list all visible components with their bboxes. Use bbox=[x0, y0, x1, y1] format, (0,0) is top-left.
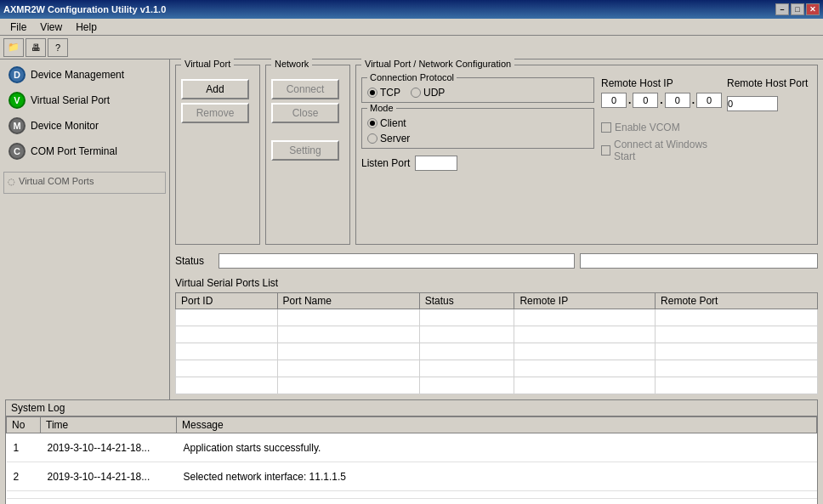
virtual-serial-ports-list-title: Virtual Serial Ports List bbox=[175, 277, 818, 289]
server-label: Server bbox=[380, 133, 410, 144]
virtual-serial-ports-table: Port ID Port Name Status Remote IP Remot… bbox=[175, 292, 818, 394]
log-row-1: 1 2019-3-10--14-21-18... Application sta… bbox=[7, 433, 817, 462]
col-status: Status bbox=[419, 293, 514, 309]
connect-windows-start-checkbox[interactable] bbox=[601, 145, 610, 156]
status-secondary-input bbox=[580, 253, 818, 269]
log-row-2: 2 2019-3-10--14-21-18... Selected networ… bbox=[7, 462, 817, 491]
print-icon[interactable]: 🖶 bbox=[26, 38, 46, 57]
ip-octet-1[interactable] bbox=[601, 93, 627, 108]
ip-row: . . . bbox=[601, 93, 720, 108]
com-port-terminal-icon: C bbox=[9, 143, 26, 160]
log-col-message: Message bbox=[177, 417, 817, 433]
app-title: AXMR2W Configuration Utility v1.1.0 bbox=[3, 4, 166, 14]
client-radio[interactable] bbox=[367, 118, 377, 128]
ip-octet-4[interactable] bbox=[696, 93, 722, 108]
ip-octet-2[interactable] bbox=[633, 93, 658, 108]
device-monitor-label: Device Monitor bbox=[31, 120, 99, 132]
com-port-terminal-label: COM Port Terminal bbox=[31, 145, 117, 157]
toolbar: 📁 🖶 ? bbox=[0, 36, 823, 59]
virtual-serial-port-icon: V bbox=[9, 92, 26, 109]
col-port-name: Port Name bbox=[277, 293, 419, 309]
table-row-empty-5 bbox=[176, 377, 818, 394]
content-area: Virtual Port Add Remove Network Connect … bbox=[170, 59, 823, 399]
client-option[interactable]: Client bbox=[367, 117, 406, 129]
close-button[interactable]: ✕ bbox=[806, 3, 820, 15]
log-row-2-message: Selected network interface: 11.1.1.5 bbox=[177, 462, 817, 491]
sidebar-item-virtual-serial-port[interactable]: V Virtual Serial Port bbox=[3, 88, 166, 112]
log-row-1-time: 2019-3-10--14-21-18... bbox=[41, 433, 177, 462]
mode-options: Client Server bbox=[367, 117, 588, 144]
virtual-serial-ports-list-section: Virtual Serial Ports List Port ID Port N… bbox=[175, 277, 818, 394]
device-management-label: Device Management bbox=[31, 69, 124, 81]
sidebar: D Device Management V Virtual Serial Por… bbox=[0, 59, 170, 399]
udp-option[interactable]: UDP bbox=[411, 87, 445, 99]
log-col-no: No bbox=[7, 417, 41, 433]
menu-view[interactable]: View bbox=[33, 20, 69, 35]
udp-label: UDP bbox=[423, 87, 445, 99]
log-row-2-no: 2 bbox=[7, 462, 41, 491]
mode-title: Mode bbox=[367, 103, 396, 113]
add-button[interactable]: Add bbox=[181, 79, 249, 99]
system-log-section: System Log No Time Message 1 2019-3-10--… bbox=[5, 399, 818, 504]
help-icon[interactable]: ? bbox=[48, 38, 68, 57]
config-title: Virtual Port / Network Configuration bbox=[361, 59, 514, 69]
col-remote-port: Remote Port bbox=[656, 293, 818, 309]
virtual-com-ports-section: ◌ Virtual COM Ports bbox=[3, 172, 166, 194]
listen-port-label: Listen Port bbox=[361, 157, 410, 169]
table-row-empty-2 bbox=[176, 326, 818, 343]
close-network-button[interactable]: Close bbox=[271, 103, 339, 123]
log-row-1-no: 1 bbox=[7, 433, 41, 462]
virtual-serial-port-label: Virtual Serial Port bbox=[31, 94, 110, 106]
device-monitor-icon: M bbox=[9, 117, 26, 134]
virtual-port-panel: Virtual Port Add Remove bbox=[175, 65, 260, 245]
enable-vcom-row: Enable VCOM bbox=[601, 122, 720, 133]
tcp-radio[interactable] bbox=[367, 88, 377, 98]
status-label: Status bbox=[175, 255, 213, 267]
sidebar-item-device-management[interactable]: D Device Management bbox=[3, 63, 166, 87]
log-row-empty bbox=[7, 491, 817, 499]
log-row-1-message: Application starts successfully. bbox=[177, 433, 817, 462]
open-icon[interactable]: 📁 bbox=[3, 38, 24, 57]
enable-vcom-checkbox[interactable] bbox=[601, 122, 611, 133]
setting-button[interactable]: Setting bbox=[271, 140, 339, 161]
remote-host-port-label: Remote Host Port bbox=[727, 77, 812, 89]
connect-button[interactable]: Connect bbox=[271, 79, 339, 99]
tcp-option[interactable]: TCP bbox=[367, 87, 400, 99]
ip-octet-3[interactable] bbox=[665, 93, 690, 108]
minimize-button[interactable]: – bbox=[775, 3, 789, 15]
log-col-time: Time bbox=[41, 417, 177, 433]
table-row-empty-3 bbox=[176, 343, 818, 360]
config-right: Remote Host Port bbox=[727, 77, 812, 239]
remove-button[interactable]: Remove bbox=[181, 103, 249, 123]
remote-host-port-input[interactable] bbox=[727, 96, 778, 111]
menu-bar: File View Help bbox=[0, 19, 823, 36]
listen-port-input[interactable] bbox=[415, 156, 457, 171]
virtual-port-title: Virtual Port bbox=[181, 59, 234, 69]
title-bar: AXMR2W Configuration Utility v1.1.0 – □ … bbox=[0, 0, 823, 19]
top-panels: Virtual Port Add Remove Network Connect … bbox=[175, 65, 818, 245]
config-middle: Remote Host IP . . . Enable V bbox=[601, 77, 720, 239]
mode-panel: Mode Client Server bbox=[361, 108, 594, 149]
sidebar-item-com-port-terminal[interactable]: C COM Port Terminal bbox=[3, 139, 166, 163]
title-bar-title: AXMR2W Configuration Utility v1.1.0 bbox=[3, 4, 166, 14]
connection-protocol-panel: Connection Protocol TCP UDP bbox=[361, 77, 594, 103]
title-bar-controls[interactable]: – □ ✕ bbox=[775, 3, 820, 15]
sidebar-item-device-monitor[interactable]: M Device Monitor bbox=[3, 114, 166, 138]
server-radio[interactable] bbox=[367, 133, 377, 144]
listen-port-row: Listen Port bbox=[361, 156, 594, 171]
client-label: Client bbox=[380, 117, 406, 129]
menu-help[interactable]: Help bbox=[69, 20, 104, 35]
udp-radio[interactable] bbox=[411, 88, 421, 98]
system-log-table: No Time Message 1 2019-3-10--14-21-18...… bbox=[6, 416, 817, 504]
log-row-2-time: 2019-3-10--14-21-18... bbox=[41, 462, 177, 491]
connect-windows-start-row: Connect at Windows Start bbox=[601, 139, 720, 162]
connect-windows-start-label: Connect at Windows Start bbox=[614, 139, 720, 162]
table-row-empty-1 bbox=[176, 309, 818, 326]
status-input[interactable] bbox=[219, 253, 575, 269]
menu-file[interactable]: File bbox=[3, 20, 33, 35]
config-panel: Virtual Port / Network Configuration Con… bbox=[355, 65, 818, 245]
config-inner: Connection Protocol TCP UDP bbox=[361, 71, 812, 239]
restore-button[interactable]: □ bbox=[791, 3, 804, 15]
device-management-icon: D bbox=[9, 66, 26, 83]
server-option[interactable]: Server bbox=[367, 133, 410, 144]
